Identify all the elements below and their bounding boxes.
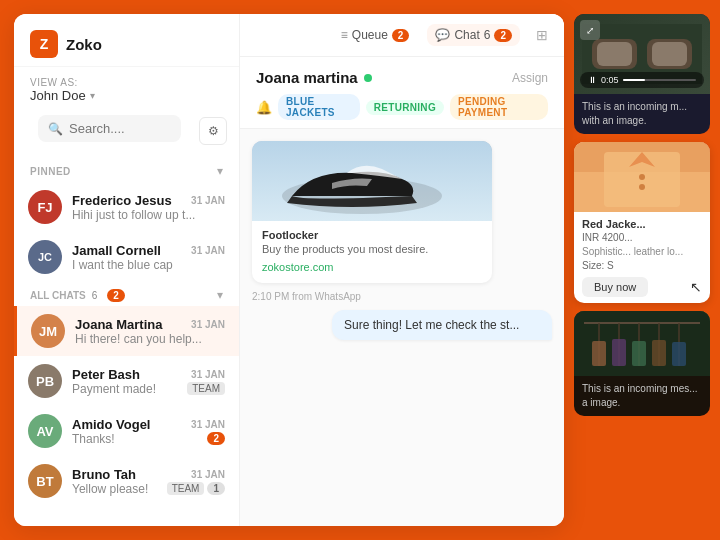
chat-name: Peter Bash 31 JAN [72, 367, 225, 382]
buy-now-button[interactable]: Buy now [582, 277, 648, 297]
chat-label: Chat [454, 28, 479, 42]
message-body: Footlocker Buy the products you most des… [252, 221, 492, 283]
chat-info: Frederico Jesus 31 JAN Hihi just to foll… [72, 193, 225, 222]
svg-rect-23 [672, 342, 686, 366]
chat-preview: Hihi just to follow up t... [72, 208, 225, 222]
list-item[interactable]: AV Amido Vogel 31 JAN Thanks! 2 [14, 406, 239, 456]
avatar: AV [28, 414, 62, 448]
audio-progress-fill [623, 79, 645, 81]
pinned-chat-list: FJ Frederico Jesus 31 JAN Hihi just to f… [14, 182, 239, 526]
chat-name: Bruno Tah 31 JAN [72, 467, 225, 482]
chat-date: 31 JAN [191, 419, 225, 430]
cursor-icon: ↖ [690, 279, 702, 295]
view-as-user[interactable]: John Doe ▾ [30, 88, 223, 103]
svg-point-11 [639, 184, 645, 190]
all-chats-count: 6 [92, 290, 98, 301]
chat-name: Frederico Jesus 31 JAN [72, 193, 225, 208]
svg-rect-15 [592, 341, 606, 366]
incoming-card-text-2: This is an incoming mes... a image. [574, 376, 710, 416]
avatar: JC [28, 240, 62, 274]
audio-bar: ⏸ 0:05 [580, 72, 704, 88]
product-card: Red Jacke... INR 4200... Sophistic... le… [574, 142, 710, 303]
search-bar[interactable]: 🔍 [38, 115, 181, 142]
tag-blue-jackets[interactable]: BLUE JACKETS [278, 94, 360, 120]
product-description: Sophistic... leather lo... [582, 245, 702, 258]
assign-button[interactable]: Assign [512, 71, 548, 85]
tags-row: 🔔 BLUE JACKETS RETURNING PENDING PAYMENT [256, 94, 548, 120]
contact-name: Joana martina [256, 69, 358, 86]
search-input[interactable] [69, 121, 171, 136]
contact-name-row: Joana martina [256, 69, 372, 86]
view-as-label: VIEW AS: [30, 77, 223, 88]
list-item[interactable]: JC Jamall Cornell 31 JAN I want the blue… [14, 232, 239, 282]
count-badge: 1 [207, 482, 225, 495]
grid-icon: ⊞ [536, 27, 548, 43]
list-item[interactable]: JM Joana Martina 31 JAN Hi there! can yo… [14, 306, 239, 356]
incoming-message-card-1: ⤢ ⏸ 0:05 This is an incoming m... with a… [574, 14, 710, 134]
incoming-image-1: ⤢ ⏸ 0:05 [574, 14, 710, 94]
all-chats-header: ALL CHATS 6 2 ▾ [14, 282, 239, 306]
all-chats-label: ALL CHATS [30, 290, 86, 301]
chat-date: 31 JAN [191, 469, 225, 480]
chat-info: Jamall Cornell 31 JAN I want the blue ca… [72, 243, 225, 272]
current-user: John Doe [30, 88, 86, 103]
chat-preview: Payment made! [72, 382, 156, 396]
right-panel: ⤢ ⏸ 0:05 This is an incoming m... with a… [564, 0, 720, 540]
chat-info: Bruno Tah 31 JAN Yellow please! TEAM 1 [72, 467, 225, 496]
list-item[interactable]: PB Peter Bash 31 JAN Payment made! TEAM [14, 356, 239, 406]
product-name: Red Jacke... [582, 218, 702, 230]
expand-icon[interactable]: ⤢ [580, 20, 600, 40]
list-item[interactable]: FJ Frederico Jesus 31 JAN Hihi just to f… [14, 182, 239, 232]
collapse-all-chats-button[interactable]: ▾ [217, 288, 223, 302]
chat-preview: Hi there! can you help... [75, 332, 225, 346]
avatar: BT [28, 464, 62, 498]
chat-preview: Yellow please! [72, 482, 148, 496]
svg-rect-17 [612, 339, 626, 366]
chat-info: Amido Vogel 31 JAN Thanks! 2 [72, 417, 225, 446]
pinned-label: PINNED [30, 166, 71, 177]
product-price: INR 4200... [582, 232, 702, 243]
svg-rect-19 [632, 341, 646, 366]
audio-time: 0:05 [601, 75, 619, 85]
chat-info: Joana Martina 31 JAN Hi there! can you h… [75, 317, 225, 346]
chat-date: 31 JAN [191, 369, 225, 380]
chat-date: 31 JAN [191, 319, 225, 330]
tag-returning[interactable]: RETURNING [366, 100, 444, 115]
message-card: Footlocker Buy the products you most des… [252, 141, 492, 283]
pinned-section-header: PINNED ▾ [14, 158, 239, 182]
avatar: JM [31, 314, 65, 348]
message-timestamp: 2:10 PM from WhatsApp [252, 291, 552, 302]
svg-rect-4 [597, 42, 632, 66]
chat-name: Joana Martina 31 JAN [75, 317, 225, 332]
svg-point-10 [639, 174, 645, 180]
search-icon: 🔍 [48, 122, 63, 136]
logo-icon: Z [30, 30, 58, 58]
list-item[interactable]: BT Bruno Tah 31 JAN Yellow please! TEAM … [14, 456, 239, 506]
filter-button[interactable]: ⚙ [199, 117, 227, 145]
chat-area: ≡ Queue 2 💬 Chat 6 2 ⊞ Joana martina Ass… [240, 14, 564, 526]
queue-lines-icon: ≡ [341, 28, 348, 42]
chat-preview: Thanks! [72, 432, 115, 446]
store-link[interactable]: zokostore.com [262, 261, 334, 273]
chat-info: Peter Bash 31 JAN Payment made! TEAM [72, 367, 225, 396]
buy-button-row: Buy now ↖ [582, 277, 702, 297]
store-name: Footlocker [262, 229, 482, 241]
svg-rect-21 [652, 340, 666, 366]
chat-header: Joana martina Assign 🔔 BLUE JACKETS RETU… [240, 57, 564, 129]
view-as-section: VIEW AS: John Doe ▾ [14, 67, 239, 111]
product-image [252, 141, 492, 221]
audio-progress[interactable] [623, 79, 696, 81]
team-badge: TEAM [187, 382, 225, 395]
pause-icon[interactable]: ⏸ [588, 75, 597, 85]
product-image [574, 142, 710, 212]
team-badge: TEAM [167, 482, 205, 495]
collapse-pinned-button[interactable]: ▾ [217, 164, 223, 178]
all-chats-badge: 2 [107, 289, 125, 302]
tag-pending-payment[interactable]: PENDING PAYMENT [450, 94, 548, 120]
main-panel: Z Zoko VIEW AS: John Doe ▾ 🔍 ⚙ PINNED ▾ [14, 14, 564, 526]
outgoing-message: Sure thing! Let me check the st... [332, 310, 552, 340]
online-status-indicator [364, 74, 372, 82]
chat-count: 6 [484, 28, 491, 42]
chat-name: Amido Vogel 31 JAN [72, 417, 225, 432]
chat-date: 31 JAN [191, 195, 225, 206]
